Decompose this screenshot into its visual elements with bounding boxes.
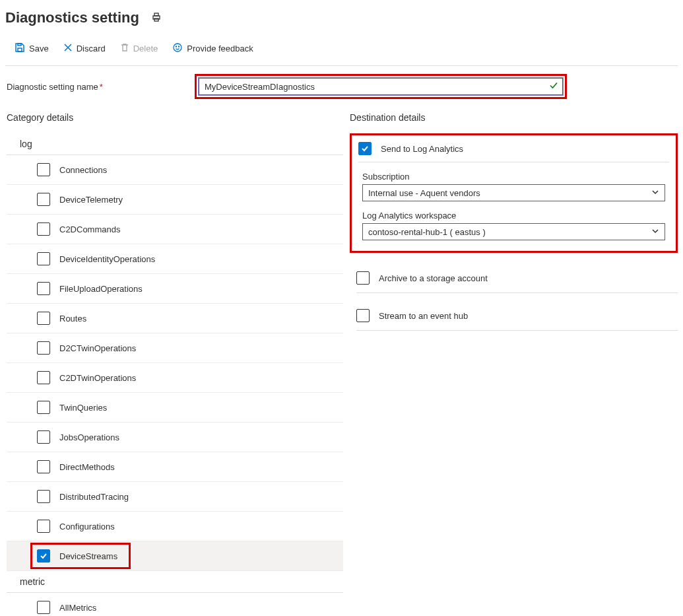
storage-label: Archive to a storage account [379, 273, 488, 283]
checkbox[interactable] [37, 601, 50, 614]
category-row[interactable]: TwinQueries [7, 393, 343, 423]
workspace-label: Log Analytics workspace [362, 211, 665, 221]
checkbox[interactable] [37, 193, 50, 206]
category-row-devicestreams[interactable]: DeviceStreams [7, 541, 343, 571]
print-icon[interactable] [151, 12, 162, 24]
svg-rect-1 [154, 13, 158, 16]
svg-point-7 [179, 46, 179, 47]
checkbox[interactable] [356, 309, 370, 322]
checkbox[interactable] [37, 312, 50, 325]
discard-button[interactable]: Discard [58, 40, 111, 57]
category-row[interactable]: Connections [7, 155, 343, 185]
category-row[interactable]: FileUploadOperations [7, 274, 343, 304]
category-row[interactable]: C2DCommands [7, 215, 343, 244]
category-row[interactable]: DirectMethods [7, 452, 343, 482]
workspace-value: contoso-rental-hub-1 ( eastus ) [368, 227, 486, 237]
log-analytics-highlight-box: Send to Log Analytics Subscription Inter… [350, 133, 678, 253]
checkbox[interactable] [37, 549, 50, 563]
subscription-select[interactable]: Internal use - Aquent vendors [362, 184, 665, 201]
trash-icon [120, 43, 129, 54]
checkbox[interactable] [37, 460, 50, 473]
metric-group-heading: metric [7, 571, 343, 593]
checkbox[interactable] [37, 341, 50, 355]
category-label: DeviceStreams [59, 551, 117, 561]
category-label: Configurations [59, 522, 115, 531]
checkbox[interactable] [37, 520, 50, 533]
feedback-button[interactable]: Provide feedback [167, 40, 258, 57]
category-label: TwinQueries [59, 403, 107, 413]
setting-name-row: Diagnostic setting name* [5, 74, 678, 99]
check-icon [549, 81, 558, 92]
checkbox[interactable] [37, 222, 50, 236]
checkbox[interactable] [356, 271, 370, 285]
category-label: Routes [59, 314, 86, 324]
subscription-label: Subscription [362, 172, 665, 182]
toolbar: Save Discard Delete [5, 36, 678, 66]
category-label: D2CTwinOperations [59, 343, 136, 353]
subscription-value: Internal use - Aquent vendors [368, 188, 480, 198]
eventhub-row[interactable]: Stream to an event hub [356, 302, 678, 331]
chevron-down-icon [651, 188, 659, 198]
category-row[interactable]: JobsOperations [7, 423, 343, 452]
destination-details-heading: Destination details [350, 112, 678, 123]
destination-details-column: Destination details Send to Log Analytic… [350, 112, 678, 340]
checkbox[interactable] [37, 163, 50, 176]
log-group-heading: log [7, 133, 343, 155]
category-label: Connections [59, 165, 107, 175]
category-details-heading: Category details [7, 112, 343, 123]
metric-row[interactable]: AllMetrics [7, 593, 343, 616]
delete-button: Delete [115, 40, 164, 57]
discard-label: Discard [77, 44, 106, 53]
category-row[interactable]: C2DTwinOperations [7, 363, 343, 393]
chevron-down-icon [651, 227, 659, 237]
category-row[interactable]: DistributedTracing [7, 482, 343, 512]
category-label: DeviceIdentityOperations [59, 254, 155, 264]
category-label: DirectMethods [59, 462, 115, 472]
name-input-wrap [199, 78, 563, 95]
svg-point-5 [174, 44, 181, 51]
save-label: Save [29, 44, 49, 53]
svg-rect-3 [18, 48, 22, 51]
page-title: Diagnostics setting [5, 9, 139, 26]
setting-name-input[interactable] [199, 79, 562, 94]
category-row[interactable]: DeviceIdentityOperations [7, 244, 343, 274]
setting-name-label: Diagnostic setting name* [7, 82, 187, 92]
subscription-field: Subscription Internal use - Aquent vendo… [358, 172, 669, 211]
category-label: DeviceTelemetry [59, 195, 123, 205]
category-label: DistributedTracing [59, 492, 129, 502]
save-button[interactable]: Save [9, 40, 54, 57]
workspace-field: Log Analytics workspace contoso-rental-h… [358, 211, 669, 240]
feedback-label: Provide feedback [187, 44, 253, 53]
category-row[interactable]: Routes [7, 304, 343, 333]
category-label: FileUploadOperations [59, 284, 143, 294]
category-row[interactable]: Configurations [7, 512, 343, 541]
name-highlight-box [195, 74, 567, 99]
category-row[interactable]: D2CTwinOperations [7, 333, 343, 363]
delete-label: Delete [133, 44, 158, 53]
smiley-icon [172, 42, 183, 55]
svg-point-6 [176, 46, 177, 47]
log-analytics-row[interactable]: Send to Log Analytics [358, 139, 669, 162]
checkbox[interactable] [37, 401, 50, 414]
close-icon [63, 43, 73, 54]
page-header: Diagnostics setting [5, 5, 678, 36]
category-row[interactable]: DeviceTelemetry [7, 185, 343, 215]
checkbox[interactable] [37, 252, 50, 265]
category-label: JobsOperations [59, 432, 119, 442]
eventhub-label: Stream to an event hub [379, 311, 468, 321]
checkbox[interactable] [358, 142, 372, 155]
svg-rect-2 [154, 18, 158, 21]
checkbox[interactable] [37, 430, 50, 444]
storage-row[interactable]: Archive to a storage account [356, 265, 678, 293]
svg-rect-4 [18, 44, 21, 46]
category-details-column: Category details log Connections DeviceT… [7, 112, 343, 616]
checkbox[interactable] [37, 282, 50, 295]
checkbox[interactable] [37, 371, 50, 384]
required-star: * [100, 82, 103, 92]
log-analytics-label: Send to Log Analytics [381, 144, 463, 154]
workspace-select[interactable]: contoso-rental-hub-1 ( eastus ) [362, 223, 665, 240]
metric-label: AllMetrics [59, 603, 96, 613]
category-label: C2DTwinOperations [59, 373, 136, 383]
category-label: C2DCommands [59, 224, 120, 234]
checkbox[interactable] [37, 490, 50, 503]
